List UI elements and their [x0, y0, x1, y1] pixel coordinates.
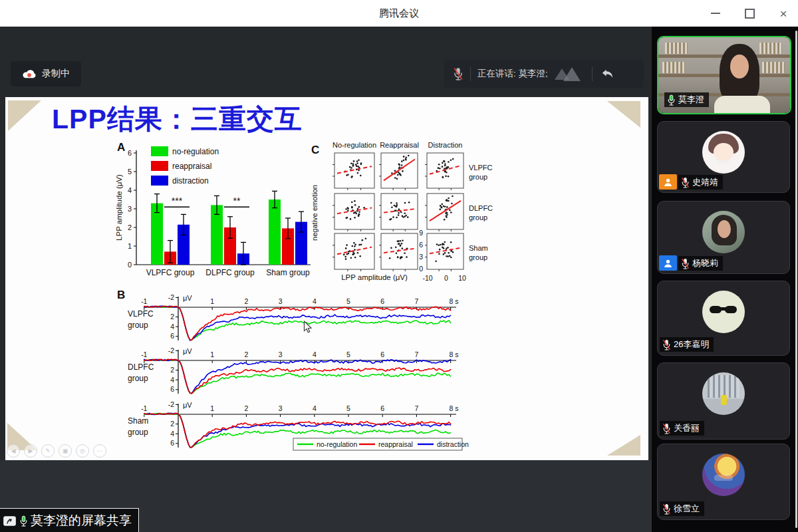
svg-text:4: 4	[170, 430, 174, 438]
svg-text:5: 5	[346, 350, 350, 358]
person-badge-icon	[659, 174, 677, 190]
svg-text:DLPFC group: DLPFC group	[205, 268, 255, 277]
svg-text:3: 3	[279, 404, 283, 412]
participant-tile[interactable]: 杨晓莉	[657, 201, 790, 274]
participant-name: 徐雪立	[674, 503, 700, 515]
window-titlebar: 腾讯会议 ×	[0, 0, 798, 27]
participant-tile[interactable]: 关香丽	[657, 362, 790, 440]
svg-text:-1: -1	[141, 404, 147, 412]
participant-name: 关香丽	[674, 422, 700, 434]
close-button-icon[interactable]: ×	[775, 5, 791, 21]
svg-text:4: 4	[170, 376, 174, 384]
tencent-meeting-window: 腾讯会议 × 录制中	[0, 0, 798, 532]
maximize-button-icon[interactable]	[741, 5, 757, 21]
recording-badge[interactable]: 录制中	[11, 61, 81, 86]
svg-text:0: 0	[128, 261, 132, 269]
participant-tile[interactable]: 徐雪立	[657, 444, 790, 520]
svg-text:4: 4	[128, 186, 132, 194]
svg-text:LPP amplitude (μV): LPP amplitude (μV)	[341, 273, 408, 281]
svg-text:4: 4	[313, 404, 317, 412]
svg-text:-2: -2	[168, 400, 174, 408]
svg-text:μV: μV	[183, 347, 192, 355]
svg-text:6: 6	[419, 241, 423, 249]
divider	[470, 66, 471, 81]
mic-muted-icon	[681, 258, 690, 269]
screen-share-banner: 莫李澄的屏幕共享	[0, 508, 139, 532]
svg-text:-10: -10	[422, 274, 432, 282]
svg-text:VLPFC: VLPFC	[469, 164, 493, 172]
svg-text:distraction: distraction	[437, 440, 469, 448]
svg-text:6: 6	[170, 439, 174, 447]
svg-text:-1: -1	[141, 350, 147, 358]
svg-text:5: 5	[128, 168, 132, 176]
svg-text:7: 7	[414, 404, 418, 412]
minimize-button-icon[interactable]	[708, 5, 724, 21]
share-screen-icon	[3, 515, 17, 527]
next-slide-button[interactable]: ▶	[24, 444, 37, 458]
participant-name-label: 莫李澄	[664, 92, 709, 107]
participant-tile[interactable]: 史靖靖	[657, 121, 790, 193]
participant-name-label: 徐雪立	[660, 501, 704, 516]
svg-text:1: 1	[210, 297, 214, 305]
mouse-cursor-icon	[303, 321, 313, 336]
svg-text:2: 2	[170, 366, 174, 374]
pen-tool-button[interactable]: ✎	[41, 444, 55, 458]
svg-text:group: group	[469, 173, 487, 181]
more-options-button[interactable]: ⋯	[93, 444, 106, 458]
svg-text:VLPFC: VLPFC	[128, 309, 154, 319]
mic-muted-icon	[662, 503, 671, 515]
mic-muted-icon	[662, 339, 671, 350]
sidebar-scrollbar[interactable]	[795, 31, 797, 528]
avatar	[702, 454, 745, 496]
prev-slide-button[interactable]: ◀	[7, 444, 20, 458]
svg-text:reappraisal: reappraisal	[172, 162, 211, 171]
divider	[592, 66, 593, 81]
svg-text:0: 0	[444, 274, 448, 282]
svg-text:1: 1	[210, 350, 214, 358]
svg-text:Sham group: Sham group	[266, 268, 310, 277]
svg-text:8 s: 8 s	[450, 350, 459, 358]
mic-on-icon	[19, 515, 28, 527]
grid-view-button[interactable]: ▣	[59, 444, 72, 458]
participant-name: 史靖靖	[692, 176, 718, 188]
svg-text:3: 3	[419, 253, 423, 261]
svg-text:LPP amplitude (μV): LPP amplitude (μV)	[115, 174, 123, 241]
participant-name-label: 26李嘉明	[660, 337, 714, 352]
mic-on-icon	[667, 94, 676, 106]
corner-triangle	[607, 101, 640, 128]
svg-text:3: 3	[279, 297, 283, 305]
recording-label: 录制中	[42, 68, 70, 80]
svg-text:Sham: Sham	[128, 416, 148, 426]
participant-tile-active[interactable]: 莫李澄	[657, 36, 791, 114]
svg-text:**: **	[233, 196, 241, 206]
svg-text:distraction: distraction	[172, 176, 209, 186]
cloud-record-icon	[22, 69, 37, 79]
svg-text:3: 3	[279, 350, 283, 358]
mic-muted-icon	[681, 177, 690, 188]
svg-text:μV: μV	[183, 294, 192, 302]
svg-text:***: ***	[172, 196, 183, 206]
svg-text:no-regulation: no-regulation	[317, 440, 357, 448]
avatar	[702, 291, 745, 333]
mic-muted-icon	[453, 67, 464, 80]
shared-screen-stage: 录制中 正在讲话: 莫李澄;	[0, 27, 652, 532]
svg-text:-2: -2	[168, 346, 174, 354]
participant-name: 26李嘉明	[674, 338, 709, 350]
participant-name-label: 史靖靖	[678, 175, 723, 190]
svg-text:6: 6	[128, 149, 132, 157]
magnifier-button[interactable]: ◎	[76, 444, 89, 458]
svg-text:group: group	[128, 428, 148, 437]
participant-name-label: 杨晓莉	[678, 256, 723, 271]
svg-text:Sham: Sham	[469, 244, 488, 252]
share-banner-label: 莫李澄的屏幕共享	[31, 512, 132, 529]
svg-text:2: 2	[244, 350, 248, 358]
reply-arrow-icon[interactable]	[600, 68, 614, 80]
corner-triangle	[8, 100, 41, 131]
svg-text:6: 6	[170, 385, 174, 393]
svg-text:2: 2	[170, 420, 174, 428]
svg-text:4: 4	[313, 297, 317, 305]
person-badge-icon	[659, 255, 677, 271]
svg-text:group: group	[128, 374, 148, 383]
participant-tile[interactable]: 26李嘉明	[657, 281, 790, 356]
slide-title: LPP结果：三重交互	[52, 101, 303, 138]
